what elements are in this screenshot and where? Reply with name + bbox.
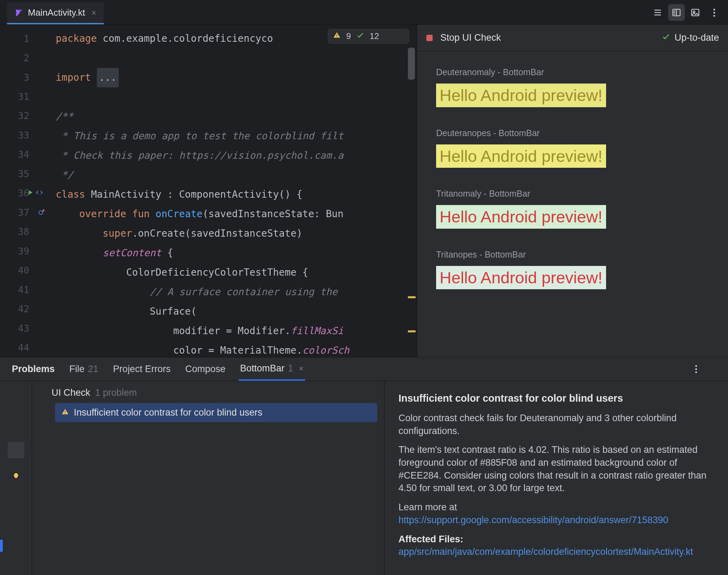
split-view-icon[interactable] bbox=[668, 4, 685, 21]
panel-options-icon[interactable] bbox=[689, 362, 703, 376]
problem-item-selected[interactable]: Insufficient color contrast for color bl… bbox=[55, 403, 377, 422]
details-panel-icon[interactable] bbox=[8, 442, 24, 458]
code-line[interactable] bbox=[56, 48, 417, 68]
problems-tree: UI Check 1 problem Insufficient color co… bbox=[32, 381, 385, 575]
gutter-row: 33 bbox=[0, 126, 56, 145]
next-highlight-icon[interactable] bbox=[397, 31, 404, 41]
tab-project-errors[interactable]: Project Errors bbox=[112, 357, 172, 381]
line-number: 42 bbox=[0, 304, 32, 314]
warning-icon bbox=[333, 31, 341, 41]
gutter-row: 32 bbox=[0, 106, 56, 125]
close-tab-icon[interactable]: × bbox=[91, 8, 96, 18]
warning-marker[interactable] bbox=[408, 296, 416, 298]
preview-toolbar: Stop UI Check Up-to-date bbox=[417, 25, 728, 51]
code-line[interactable] bbox=[56, 87, 417, 107]
preview-item[interactable]: Deuteranopes - BottomBarHello Android pr… bbox=[436, 128, 718, 168]
tab-problems[interactable]: Problems bbox=[10, 357, 56, 381]
line-number: 31 bbox=[0, 91, 32, 102]
code-line[interactable]: modifier = Modifier.fillMaxSi bbox=[56, 321, 417, 341]
editor-scrollbar-thumb[interactable] bbox=[408, 48, 415, 80]
tool-window-stripe-accent bbox=[0, 539, 3, 552]
code-area[interactable]: package com.example.colordeficiencycoimp… bbox=[56, 25, 417, 357]
minimize-panel-icon[interactable] bbox=[711, 364, 721, 375]
line-number: 43 bbox=[0, 323, 32, 334]
line-number: 41 bbox=[0, 284, 32, 295]
chevron-down-icon[interactable] bbox=[39, 387, 47, 398]
refresh-icon[interactable] bbox=[8, 389, 24, 405]
warning-icon bbox=[61, 407, 69, 418]
gutter-row: 39 bbox=[0, 242, 56, 261]
line-number: 34 bbox=[0, 149, 32, 160]
problems-sidebar-icons bbox=[0, 381, 32, 575]
code-line[interactable]: Surface( bbox=[56, 302, 417, 321]
file-tab-mainactivity[interactable]: MainActivity.kt × bbox=[7, 2, 104, 24]
typo-count: 12 bbox=[370, 31, 379, 41]
fold-collapsed-icon[interactable] bbox=[47, 72, 54, 83]
preview-scroll-area[interactable]: Deuteranomaly - BottomBarHello Android p… bbox=[417, 51, 728, 357]
code-line[interactable]: class MainActivity : ComponentActivity()… bbox=[56, 185, 417, 204]
tab-label: Problems bbox=[12, 364, 55, 375]
code-line[interactable]: color = MaterialTheme.colorSch bbox=[56, 341, 417, 357]
fold-expanded-icon[interactable] bbox=[47, 265, 54, 276]
stop-ui-check-button[interactable]: Stop UI Check bbox=[440, 32, 501, 43]
fold-expanded-icon[interactable] bbox=[47, 246, 54, 257]
compose-preview-gutter-icon[interactable] bbox=[36, 188, 43, 198]
code-line[interactable]: setContent { bbox=[56, 243, 417, 263]
more-options-icon[interactable] bbox=[706, 4, 722, 21]
line-number: 32 bbox=[0, 110, 32, 121]
stop-icon bbox=[426, 35, 433, 41]
tab-bottombar[interactable]: BottomBar 1 × bbox=[239, 357, 305, 381]
code-line[interactable]: */ bbox=[56, 165, 417, 185]
code-line[interactable]: import ... bbox=[56, 68, 417, 87]
prev-highlight-icon[interactable] bbox=[385, 31, 392, 41]
preview-render: Hello Android preview! bbox=[436, 266, 606, 289]
override-gutter-icon[interactable] bbox=[38, 207, 45, 218]
tree-group-header[interactable]: UI Check 1 problem bbox=[39, 387, 377, 398]
tree-group-label: UI Check bbox=[52, 387, 90, 398]
compose-preview-pane: Stop UI Check Up-to-date Deuteranomaly -… bbox=[417, 25, 728, 357]
visibility-icon[interactable] bbox=[8, 415, 24, 432]
code-line[interactable]: /** bbox=[56, 107, 417, 126]
code-line[interactable]: super.onCreate(savedInstanceState) bbox=[56, 224, 417, 243]
code-line[interactable]: * This is a demo app to test the colorbl… bbox=[56, 126, 417, 146]
code-line[interactable]: // A surface container using the bbox=[56, 282, 417, 302]
tab-file[interactable]: File 21 bbox=[68, 357, 100, 381]
problem-detail-pane: Insufficient color contrast for color bl… bbox=[385, 381, 728, 575]
problems-tabstrip: Problems File 21 Project Errors Compose … bbox=[0, 357, 728, 381]
problem-detail-title: Insufficient color contrast for color bl… bbox=[398, 392, 714, 405]
code-line[interactable]: override fun onCreate(savedInstanceState… bbox=[56, 204, 417, 224]
affected-file-link[interactable]: app/src/main/java/com/example/colordefic… bbox=[398, 546, 693, 557]
code-line[interactable]: ColorDeficiencyColorTestTheme { bbox=[56, 263, 417, 282]
fold-expanded-icon[interactable] bbox=[47, 207, 54, 218]
checkmark-icon bbox=[662, 32, 670, 43]
preview-item[interactable]: Tritanomaly - BottomBarHello Android pre… bbox=[436, 189, 718, 228]
design-view-icon[interactable] bbox=[687, 4, 704, 21]
line-number: 2 bbox=[0, 53, 32, 63]
preview-status-label: Up-to-date bbox=[674, 32, 719, 43]
gutter-row: 40 bbox=[0, 261, 56, 280]
line-number: 3 bbox=[0, 72, 32, 83]
tab-compose[interactable]: Compose bbox=[184, 357, 227, 381]
preview-item-label: Tritanopes - BottomBar bbox=[436, 250, 718, 260]
close-tab-icon[interactable]: × bbox=[299, 364, 304, 373]
ui-check-dropdown-icon[interactable] bbox=[509, 33, 516, 42]
fold-expanded-icon[interactable] bbox=[47, 110, 54, 121]
preview-render: Hello Android preview! bbox=[436, 84, 606, 107]
gutter-row: 38 bbox=[0, 222, 56, 241]
tab-label: File bbox=[69, 364, 85, 375]
preview-item[interactable]: Tritanopes - BottomBarHello Android prev… bbox=[436, 250, 718, 289]
editor-inspection-widget[interactable]: 9 12 bbox=[328, 29, 409, 44]
warning-marker[interactable] bbox=[408, 330, 416, 332]
line-number: 33 bbox=[0, 130, 32, 141]
preview-item[interactable]: Deuteranomaly - BottomBarHello Android p… bbox=[436, 67, 718, 107]
main-split: 1233132333435363738394041424344 package … bbox=[0, 24, 728, 357]
fold-expanded-icon[interactable] bbox=[47, 188, 54, 198]
tab-count: 1 bbox=[288, 363, 293, 374]
learn-more-link[interactable]: https://support.google.com/accessibility… bbox=[398, 515, 668, 525]
code-line[interactable]: * Check this paper: https://vision.psych… bbox=[56, 146, 417, 165]
intention-bulb-icon[interactable] bbox=[8, 468, 24, 485]
line-number: 35 bbox=[0, 168, 32, 179]
panel-layout-icon[interactable] bbox=[524, 33, 533, 43]
run-gutter-icon[interactable] bbox=[26, 188, 34, 198]
code-only-view-icon[interactable] bbox=[649, 4, 666, 21]
